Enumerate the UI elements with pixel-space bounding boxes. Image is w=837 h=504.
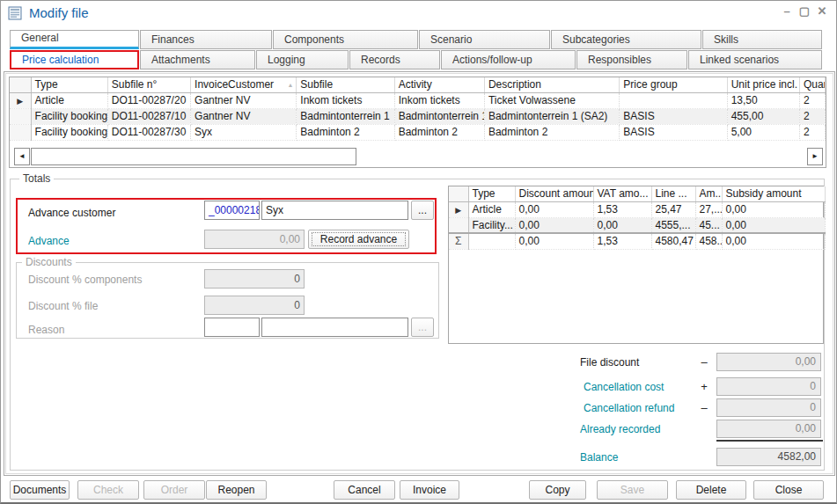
cell[interactable]: 0,00 — [722, 217, 825, 233]
row-selector[interactable] — [10, 124, 31, 140]
column-header-quan[interactable]: Quan — [799, 77, 825, 92]
delete-button[interactable]: Delete — [676, 480, 746, 500]
row-selector[interactable]: ▶ — [449, 201, 468, 217]
balance-field: 4582,00 — [716, 448, 821, 466]
cell[interactable]: 13,50 — [727, 92, 799, 108]
hscroll-thumb[interactable] — [31, 148, 356, 165]
tab-linked-scenarios[interactable]: Linked scenarios — [688, 50, 822, 69]
reason-code-field[interactable] — [204, 318, 260, 337]
cell[interactable]: 2 — [799, 108, 825, 124]
cell[interactable]: 25,47 — [651, 201, 695, 217]
reason-text-field[interactable] — [261, 318, 408, 337]
tab-skills[interactable]: Skills — [702, 30, 822, 49]
cell[interactable]: Gantner NV — [191, 108, 297, 124]
cell[interactable]: 2 — [799, 124, 825, 140]
hscroll-right-icon[interactable]: ► — [807, 148, 823, 165]
cell[interactable]: Inkom tickets — [297, 92, 394, 108]
cell[interactable]: Badminton 2 — [297, 124, 394, 140]
maximize-icon[interactable]: ▢ — [796, 3, 813, 20]
cell[interactable]: Badminton 2 — [394, 124, 484, 140]
advance-customer-name-field[interactable]: Syx — [261, 201, 408, 220]
cell[interactable]: 455,00 — [727, 108, 799, 124]
hscroll-left-icon[interactable]: ◄ — [14, 148, 30, 165]
tab-scenario[interactable]: Scenario — [419, 30, 550, 49]
row-selector[interactable] — [10, 108, 31, 124]
cell[interactable]: Facility booking — [31, 124, 107, 140]
table-row[interactable]: ▶ArticleDO11-00287/20Gantner NVInkom tic… — [10, 92, 826, 108]
cell[interactable]: 5,00 — [727, 124, 799, 140]
minimize-icon[interactable]: – — [778, 3, 796, 20]
column-header-activity[interactable]: Activity — [394, 77, 484, 92]
cell[interactable]: Badmintonterrein 1 — [394, 108, 484, 124]
cell[interactable]: Badmintonterrein 1 — [297, 108, 394, 124]
save-button: Save — [597, 480, 668, 500]
advance-customer-code-field[interactable]: _00000218 — [204, 201, 260, 220]
tab-general[interactable]: General — [10, 30, 139, 49]
tab-subcategories[interactable]: Subcategories — [551, 30, 701, 49]
cell[interactable]: 4555,... — [651, 217, 695, 233]
cancel-button[interactable]: Cancel — [334, 480, 395, 500]
advance-customer-browse-button[interactable]: ... — [411, 201, 434, 220]
invoice-button[interactable]: Invoice — [400, 480, 459, 500]
cell[interactable]: Badminton 2 — [484, 124, 619, 140]
row-selector[interactable]: ▶ — [10, 92, 31, 108]
cell[interactable]: DO11-00287/30 — [107, 124, 190, 140]
cancellation-cost-field: 0 — [716, 377, 821, 396]
cell[interactable]: Facility booking — [31, 108, 107, 124]
cell[interactable]: Article — [468, 201, 515, 217]
cell[interactable]: 2 — [799, 92, 825, 108]
cell[interactable]: Facility... — [468, 217, 515, 233]
cell[interactable]: 0,00 — [593, 217, 651, 233]
table-row[interactable]: Facility bookingDO11-00287/30SyxBadminto… — [10, 124, 826, 140]
tab-logging[interactable]: Logging — [256, 50, 349, 69]
column-header-subfile-n-[interactable]: Subfile n° — [107, 77, 190, 92]
column-header-vat-amo-[interactable]: VAT amo... — [593, 186, 651, 201]
cell[interactable]: Inkom tickets — [394, 92, 484, 108]
column-header-unit-price-incl-[interactable]: Unit price incl. — [727, 77, 799, 92]
table-row[interactable]: Facility bookingDO11-00287/10Gantner NVB… — [10, 108, 826, 124]
cell[interactable]: BASIS — [620, 108, 727, 124]
cell[interactable]: Syx — [191, 124, 297, 140]
column-header-subsidy-amount[interactable]: Subsidy amount — [722, 186, 825, 201]
cell[interactable]: Article — [31, 92, 107, 108]
tab-components[interactable]: Components — [273, 30, 418, 49]
table-row[interactable]: Facility...0,000,004555,...45...0,00 — [449, 217, 825, 233]
column-header-description[interactable]: Description — [484, 77, 619, 92]
cell[interactable]: DO11-00287/20 — [107, 92, 190, 108]
tab-actions-follow-up[interactable]: Actions/follow-up — [441, 50, 576, 69]
cell[interactable]: 0,00 — [515, 201, 593, 217]
cell[interactable]: Gantner NV — [191, 92, 297, 108]
copy-button[interactable]: Copy — [529, 480, 586, 500]
column-header-invoicecustomer[interactable]: InvoiceCustomer▲ — [191, 77, 297, 92]
advance-label: Advance — [28, 235, 70, 247]
row-selector[interactable] — [449, 217, 468, 233]
reopen-button[interactable]: Reopen — [206, 480, 267, 500]
cell[interactable]: Ticket Volwassene — [484, 92, 619, 108]
tab-records[interactable]: Records — [349, 50, 440, 69]
cell[interactable]: BASIS — [620, 124, 727, 140]
column-header-type[interactable]: Type — [468, 186, 515, 201]
cell[interactable]: DO11-00287/10 — [107, 108, 190, 124]
cell[interactable]: 0,00 — [515, 217, 593, 233]
column-header-discount-amount[interactable]: Discount amount — [515, 186, 593, 201]
tab-attachments[interactable]: Attachments — [140, 50, 255, 69]
cell[interactable]: 0,00 — [722, 201, 825, 217]
column-header-type[interactable]: Type — [31, 77, 107, 92]
cell[interactable]: 1,53 — [593, 201, 651, 217]
tab-responsibles[interactable]: Responsibles — [576, 50, 687, 69]
cell[interactable]: Badmintonterrein 1 (SA2) — [484, 108, 619, 124]
tab-price-calculation[interactable]: Price calculation — [10, 50, 139, 69]
column-header-am-[interactable]: Am... — [695, 186, 722, 201]
close-button[interactable]: Close — [753, 480, 824, 500]
record-advance-button[interactable]: Record advance — [308, 230, 409, 249]
documents-button[interactable]: Documents — [10, 480, 70, 500]
column-header-line-[interactable]: Line ... — [651, 186, 695, 201]
column-header-price-group[interactable]: Price group — [620, 77, 727, 92]
tab-finances[interactable]: Finances — [140, 30, 272, 49]
table-row[interactable]: ▶Article0,001,5325,4727,...0,00 — [449, 201, 825, 217]
cell[interactable]: 45... — [695, 217, 722, 233]
cell[interactable]: 27,... — [695, 201, 722, 217]
cell[interactable] — [620, 92, 727, 108]
close-icon[interactable]: ✕ — [813, 3, 831, 20]
column-header-subfile[interactable]: Subfile — [297, 77, 394, 92]
